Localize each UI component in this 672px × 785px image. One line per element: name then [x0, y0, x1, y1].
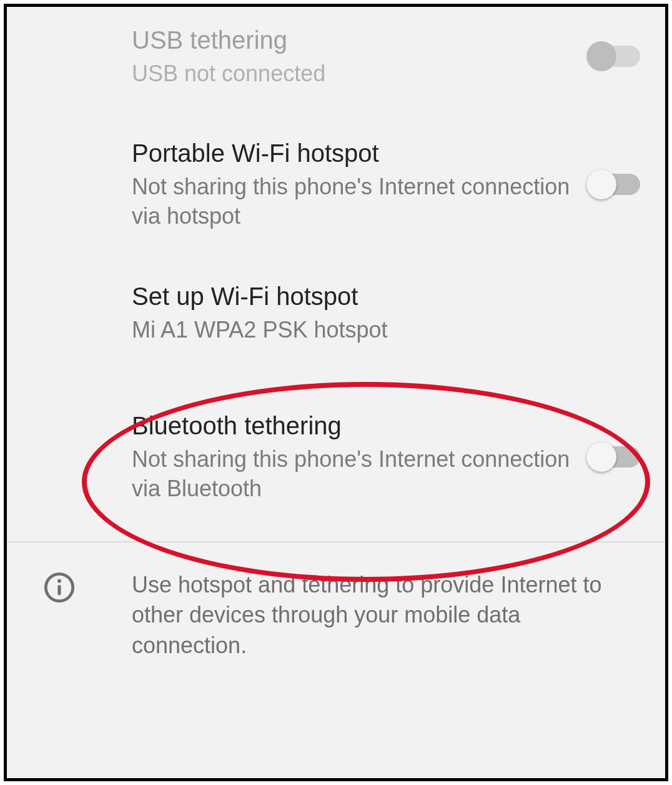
bluetooth-tethering-toggle[interactable] [590, 446, 640, 468]
usb-tethering-subtitle: USB not connected [132, 59, 575, 89]
info-row: Use hotspot and tethering to provide Int… [7, 542, 665, 689]
toggle-thumb [586, 442, 616, 472]
portable-wifi-hotspot-row[interactable]: Portable Wi-Fi hotspot Not sharing this … [7, 106, 665, 256]
portable-wifi-hotspot-subtitle: Not sharing this phone's Internet connec… [132, 172, 575, 231]
setup-wifi-hotspot-row[interactable]: Set up Wi-Fi hotspot Mi A1 WPA2 PSK hots… [7, 256, 665, 370]
usb-tethering-row: USB tethering USB not connected [7, 7, 665, 106]
bluetooth-tethering-text: Bluetooth tethering Not sharing this pho… [132, 410, 590, 504]
bluetooth-tethering-row[interactable]: Bluetooth tethering Not sharing this pho… [7, 370, 665, 541]
info-icon-cell [32, 570, 132, 604]
setup-wifi-hotspot-text: Set up Wi-Fi hotspot Mi A1 WPA2 PSK hots… [132, 281, 640, 345]
setup-wifi-hotspot-title: Set up Wi-Fi hotspot [132, 281, 625, 312]
portable-wifi-hotspot-title: Portable Wi-Fi hotspot [132, 138, 575, 169]
usb-tethering-title: USB tethering [132, 24, 575, 56]
info-icon [43, 571, 76, 604]
settings-screen: USB tethering USB not connected Portable… [4, 4, 668, 781]
usb-tethering-text: USB tethering USB not connected [132, 24, 590, 89]
svg-rect-1 [57, 585, 61, 595]
toggle-thumb [586, 41, 616, 71]
portable-wifi-hotspot-text: Portable Wi-Fi hotspot Not sharing this … [132, 138, 590, 231]
setup-wifi-hotspot-subtitle: Mi A1 WPA2 PSK hotspot [132, 316, 625, 345]
bluetooth-tethering-subtitle: Not sharing this phone's Internet connec… [132, 445, 575, 504]
bluetooth-tethering-title: Bluetooth tethering [132, 410, 575, 441]
portable-wifi-hotspot-toggle[interactable] [590, 174, 640, 195]
info-text: Use hotspot and tethering to provide Int… [132, 570, 640, 661]
svg-point-2 [57, 579, 61, 582]
toggle-thumb [586, 169, 616, 199]
usb-tethering-toggle [590, 46, 640, 67]
